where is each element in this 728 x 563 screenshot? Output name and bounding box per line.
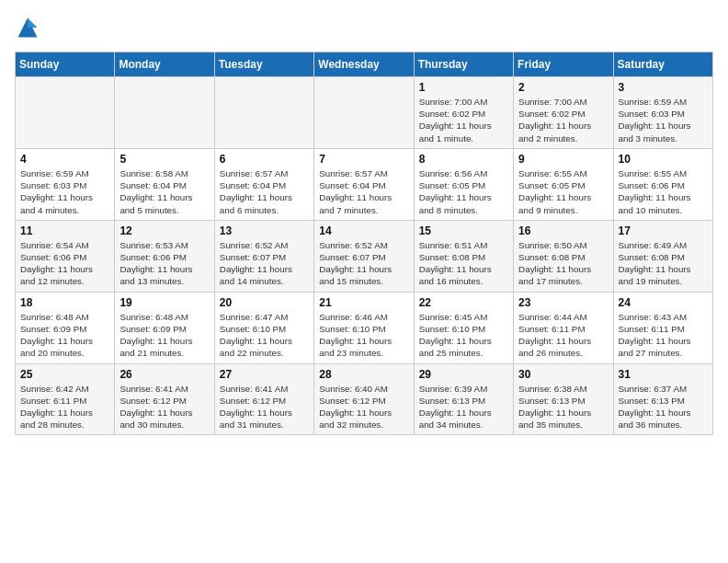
day-info: Sunrise: 6:57 AM Sunset: 6:04 PM Dayligh…	[319, 167, 408, 216]
calendar-day-2: 2Sunrise: 7:00 AM Sunset: 6:02 PM Daylig…	[514, 77, 613, 149]
calendar-day-22: 22Sunrise: 6:45 AM Sunset: 6:10 PM Dayli…	[414, 292, 513, 363]
day-number: 5	[119, 153, 209, 166]
calendar-day-16: 16Sunrise: 6:50 AM Sunset: 6:08 PM Dayli…	[514, 220, 613, 292]
weekday-header-wednesday: Wednesday	[314, 52, 414, 77]
day-info: Sunrise: 6:52 AM Sunset: 6:07 PM Dayligh…	[220, 239, 309, 288]
calendar-day-15: 15Sunrise: 6:51 AM Sunset: 6:08 PM Dayli…	[414, 220, 513, 292]
calendar-week-row: 25Sunrise: 6:42 AM Sunset: 6:11 PM Dayli…	[16, 363, 713, 435]
calendar-day-10: 10Sunrise: 6:55 AM Sunset: 6:06 PM Dayli…	[613, 148, 712, 220]
calendar-week-row: 1Sunrise: 7:00 AM Sunset: 6:02 PM Daylig…	[16, 77, 713, 149]
calendar-empty-cell	[115, 77, 214, 149]
calendar-empty-cell	[214, 77, 313, 149]
calendar-day-8: 8Sunrise: 6:56 AM Sunset: 6:05 PM Daylig…	[414, 148, 513, 220]
calendar-day-14: 14Sunrise: 6:52 AM Sunset: 6:07 PM Dayli…	[314, 220, 414, 292]
weekday-header-tuesday: Tuesday	[214, 52, 313, 77]
page-header	[15, 15, 713, 40]
day-number: 8	[419, 153, 508, 166]
svg-marker-1	[28, 18, 38, 29]
calendar-day-20: 20Sunrise: 6:47 AM Sunset: 6:10 PM Dayli…	[214, 292, 313, 363]
day-info: Sunrise: 6:56 AM Sunset: 6:05 PM Dayligh…	[419, 167, 508, 216]
calendar-day-25: 25Sunrise: 6:42 AM Sunset: 6:11 PM Dayli…	[16, 363, 115, 435]
weekday-header-monday: Monday	[115, 52, 214, 77]
logo-icon	[15, 15, 40, 40]
day-info: Sunrise: 6:40 AM Sunset: 6:12 PM Dayligh…	[319, 383, 408, 431]
weekday-header-thursday: Thursday	[414, 52, 513, 77]
day-number: 31	[619, 368, 708, 381]
calendar-day-21: 21Sunrise: 6:46 AM Sunset: 6:10 PM Dayli…	[314, 292, 414, 363]
logo	[15, 15, 44, 40]
day-number: 10	[619, 153, 708, 166]
day-info: Sunrise: 6:37 AM Sunset: 6:13 PM Dayligh…	[619, 383, 708, 431]
day-info: Sunrise: 7:00 AM Sunset: 6:02 PM Dayligh…	[518, 96, 608, 144]
calendar-day-5: 5Sunrise: 6:58 AM Sunset: 6:04 PM Daylig…	[115, 148, 214, 220]
day-info: Sunrise: 6:48 AM Sunset: 6:09 PM Dayligh…	[119, 311, 209, 360]
day-number: 25	[20, 368, 109, 381]
day-info: Sunrise: 6:43 AM Sunset: 6:11 PM Dayligh…	[619, 311, 708, 360]
day-info: Sunrise: 6:52 AM Sunset: 6:07 PM Dayligh…	[319, 239, 408, 288]
day-number: 6	[220, 153, 309, 166]
calendar-day-28: 28Sunrise: 6:40 AM Sunset: 6:12 PM Dayli…	[314, 363, 414, 435]
day-number: 4	[20, 153, 109, 166]
calendar-day-13: 13Sunrise: 6:52 AM Sunset: 6:07 PM Dayli…	[214, 220, 313, 292]
day-number: 26	[119, 368, 209, 381]
day-info: Sunrise: 7:00 AM Sunset: 6:02 PM Dayligh…	[419, 96, 508, 144]
day-info: Sunrise: 6:55 AM Sunset: 6:06 PM Dayligh…	[619, 167, 708, 216]
day-info: Sunrise: 6:41 AM Sunset: 6:12 PM Dayligh…	[220, 383, 309, 431]
day-number: 14	[319, 224, 408, 237]
weekday-header-row: SundayMondayTuesdayWednesdayThursdayFrid…	[16, 52, 713, 77]
day-number: 18	[20, 296, 109, 309]
day-number: 22	[419, 296, 508, 309]
calendar-day-4: 4Sunrise: 6:59 AM Sunset: 6:03 PM Daylig…	[16, 148, 115, 220]
calendar-day-31: 31Sunrise: 6:37 AM Sunset: 6:13 PM Dayli…	[613, 363, 712, 435]
day-number: 1	[419, 81, 508, 94]
day-info: Sunrise: 6:51 AM Sunset: 6:08 PM Dayligh…	[419, 239, 508, 288]
day-info: Sunrise: 6:42 AM Sunset: 6:11 PM Dayligh…	[20, 383, 109, 431]
day-number: 24	[619, 296, 708, 309]
day-number: 7	[319, 153, 408, 166]
calendar-day-23: 23Sunrise: 6:44 AM Sunset: 6:11 PM Dayli…	[514, 292, 613, 363]
day-number: 27	[220, 368, 309, 381]
day-info: Sunrise: 6:49 AM Sunset: 6:08 PM Dayligh…	[619, 239, 708, 288]
day-number: 9	[518, 153, 608, 166]
calendar-day-17: 17Sunrise: 6:49 AM Sunset: 6:08 PM Dayli…	[613, 220, 712, 292]
day-number: 17	[619, 224, 708, 237]
calendar-table: SundayMondayTuesdayWednesdayThursdayFrid…	[15, 52, 713, 435]
calendar-week-row: 11Sunrise: 6:54 AM Sunset: 6:06 PM Dayli…	[16, 220, 713, 292]
calendar-empty-cell	[314, 77, 414, 149]
day-number: 21	[319, 296, 408, 309]
calendar-day-27: 27Sunrise: 6:41 AM Sunset: 6:12 PM Dayli…	[214, 363, 313, 435]
day-number: 29	[419, 368, 508, 381]
day-number: 19	[119, 296, 209, 309]
day-number: 15	[419, 224, 508, 237]
day-info: Sunrise: 6:44 AM Sunset: 6:11 PM Dayligh…	[518, 311, 608, 360]
calendar-day-11: 11Sunrise: 6:54 AM Sunset: 6:06 PM Dayli…	[16, 220, 115, 292]
day-info: Sunrise: 6:58 AM Sunset: 6:04 PM Dayligh…	[119, 167, 209, 216]
day-info: Sunrise: 6:59 AM Sunset: 6:03 PM Dayligh…	[619, 96, 708, 144]
day-info: Sunrise: 6:41 AM Sunset: 6:12 PM Dayligh…	[119, 383, 209, 431]
calendar-day-24: 24Sunrise: 6:43 AM Sunset: 6:11 PM Dayli…	[613, 292, 712, 363]
calendar-day-12: 12Sunrise: 6:53 AM Sunset: 6:06 PM Dayli…	[115, 220, 214, 292]
weekday-header-friday: Friday	[514, 52, 613, 77]
calendar-day-26: 26Sunrise: 6:41 AM Sunset: 6:12 PM Dayli…	[115, 363, 214, 435]
calendar-day-29: 29Sunrise: 6:39 AM Sunset: 6:13 PM Dayli…	[414, 363, 513, 435]
calendar-day-1: 1Sunrise: 7:00 AM Sunset: 6:02 PM Daylig…	[414, 77, 513, 149]
calendar-day-19: 19Sunrise: 6:48 AM Sunset: 6:09 PM Dayli…	[115, 292, 214, 363]
day-info: Sunrise: 6:57 AM Sunset: 6:04 PM Dayligh…	[220, 167, 309, 216]
calendar-empty-cell	[16, 77, 115, 149]
day-info: Sunrise: 6:55 AM Sunset: 6:05 PM Dayligh…	[518, 167, 608, 216]
day-number: 12	[119, 224, 209, 237]
calendar-day-7: 7Sunrise: 6:57 AM Sunset: 6:04 PM Daylig…	[314, 148, 414, 220]
calendar-day-6: 6Sunrise: 6:57 AM Sunset: 6:04 PM Daylig…	[214, 148, 313, 220]
day-info: Sunrise: 6:38 AM Sunset: 6:13 PM Dayligh…	[518, 383, 608, 431]
day-number: 2	[518, 81, 608, 94]
day-number: 13	[220, 224, 309, 237]
calendar-day-3: 3Sunrise: 6:59 AM Sunset: 6:03 PM Daylig…	[613, 77, 712, 149]
day-info: Sunrise: 6:46 AM Sunset: 6:10 PM Dayligh…	[319, 311, 408, 360]
day-info: Sunrise: 6:39 AM Sunset: 6:13 PM Dayligh…	[419, 383, 508, 431]
weekday-header-sunday: Sunday	[16, 52, 115, 77]
day-number: 20	[220, 296, 309, 309]
weekday-header-saturday: Saturday	[613, 52, 712, 77]
day-info: Sunrise: 6:45 AM Sunset: 6:10 PM Dayligh…	[419, 311, 508, 360]
day-info: Sunrise: 6:59 AM Sunset: 6:03 PM Dayligh…	[20, 167, 109, 216]
day-number: 3	[619, 81, 708, 94]
